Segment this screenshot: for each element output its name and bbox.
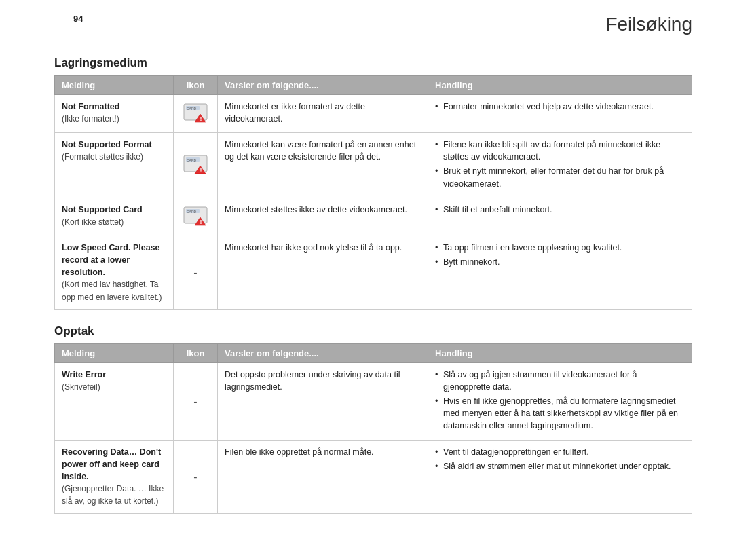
cell-varsler: Minnekortet er ikke formatert av dette v… (218, 95, 428, 133)
cell-ikon: - (174, 236, 218, 309)
s2-header-varsler: Varsler om følgende.... (218, 343, 428, 362)
melding-bold-text: Not Supported Format (62, 140, 152, 149)
melding-sub-text: (Kort med lav hastighet. Ta opp med en l… (62, 280, 162, 301)
melding-bold-text: Not Supported Card (62, 205, 143, 214)
svg-text:CARD: CARD (187, 158, 197, 162)
handling-item: Slå av og på igjen strømmen til videokam… (435, 369, 685, 393)
s2-header-ikon: Ikon (174, 343, 218, 362)
cell-handling: Vent til datagjenopprettingen er fullfør… (428, 440, 692, 513)
cell-ikon: - (174, 362, 218, 440)
cell-ikon: CARD ! (174, 198, 218, 236)
handling-item: Bytt minnekort. (435, 256, 685, 268)
s2-header-melding: Melding (55, 343, 174, 362)
s1-header-varsler: Varsler om følgende.... (218, 76, 428, 95)
cell-handling: Slå av og på igjen strømmen til videokam… (428, 362, 692, 440)
cell-ikon: CARD ! (174, 133, 218, 198)
handling-item: Hvis en fil ikke gjenopprettes, må du fo… (435, 395, 685, 432)
melding-bold-text: Write Error (62, 370, 106, 379)
card-warning-icon: CARD ! (181, 204, 210, 227)
section1-title: Lagringsmedium (54, 56, 692, 70)
cell-varsler: Filen ble ikke opprettet på normal måte. (218, 440, 428, 513)
table-row: Not Supported Format(Formatet støttes ik… (55, 133, 692, 198)
handling-item: Filene kan ikke bli spilt av da formatet… (435, 138, 685, 163)
dash-icon: - (193, 267, 197, 278)
s1-header-melding: Melding (55, 76, 174, 95)
cell-melding: Not Formatted(Ikke formatert!) (55, 95, 174, 133)
handling-item: Ta opp filmen i en lavere oppløsning og … (435, 242, 685, 254)
svg-text:CARD: CARD (187, 107, 197, 111)
card-warning-icon: CARD ! (181, 100, 210, 124)
melding-sub-text: (Formatet støttes ikke) (62, 152, 143, 162)
handling-item: Vent til datagjenopprettingen er fullfør… (435, 446, 685, 458)
section2-title: Opptak (54, 324, 692, 338)
dash-icon: - (193, 396, 197, 407)
melding-bold-text: Low Speed Card. Please record at a lower… (62, 243, 160, 277)
cell-melding: Recovering Data… Don't power off and kee… (55, 440, 174, 513)
cell-melding: Write Error(Skrivefeil) (55, 362, 174, 440)
handling-item: Formater minnekortet ved hjelp av dette … (435, 100, 685, 113)
cell-handling: Ta opp filmen i en lavere oppløsning og … (428, 236, 692, 309)
cell-varsler: Det oppsto problemer under skriving av d… (218, 362, 428, 440)
table-row: Not Supported Card(Kort ikke støttet) CA… (55, 198, 692, 236)
melding-sub-text: (Ikke formatert!) (62, 114, 119, 124)
cell-handling: Filene kan ikke bli spilt av da formatet… (428, 133, 692, 198)
cell-varsler: Minnekortet kan være formatert på en ann… (218, 133, 428, 198)
s1-header-ikon: Ikon (174, 76, 218, 95)
cell-melding: Not Supported Format(Formatet støttes ik… (55, 133, 174, 198)
table-row: Recovering Data… Don't power off and kee… (55, 440, 692, 513)
cell-melding: Low Speed Card. Please record at a lower… (55, 236, 174, 309)
cell-handling: Skift til et anbefalt minnekort. (428, 198, 692, 236)
melding-bold-text: Not Formatted (62, 102, 119, 111)
page-number: 94 (73, 14, 83, 24)
melding-sub-text: (Kort ikke støttet) (62, 217, 124, 227)
handling-item: Bruk et nytt minnekort, eller formater d… (435, 165, 685, 189)
cell-varsler: Minnekortet støttes ikke av dette videok… (218, 198, 428, 236)
melding-bold-text: Recovering Data… Don't power off and kee… (62, 447, 161, 481)
cell-handling: Formater minnekortet ved hjelp av dette … (428, 95, 692, 133)
card-warning-icon: CARD ! (181, 152, 210, 175)
cell-ikon: CARD ! (174, 95, 218, 133)
svg-text:!: ! (200, 219, 202, 225)
svg-text:!: ! (200, 167, 202, 174)
table-row: Low Speed Card. Please record at a lower… (55, 236, 692, 309)
svg-text:!: ! (200, 115, 202, 122)
page-title: Feilsøking (54, 14, 692, 41)
s2-header-handling: Handling (428, 343, 692, 362)
melding-sub-text: (Skrivefeil) (62, 382, 100, 392)
handling-item: Skift til et anbefalt minnekort. (435, 204, 685, 216)
dash-icon: - (193, 471, 197, 483)
s1-header-handling: Handling (428, 76, 692, 95)
svg-text:CARD: CARD (187, 210, 197, 214)
table-row: Write Error(Skrivefeil)-Det oppsto probl… (55, 362, 692, 440)
section2-table: Melding Ikon Varsler om følgende.... Han… (54, 343, 692, 514)
cell-ikon: - (174, 440, 218, 513)
melding-sub-text: (Gjenoppretter Data. … Ikke slå av, og i… (62, 484, 164, 506)
section1-table: Melding Ikon Varsler om følgende.... Han… (54, 75, 692, 310)
handling-item: Slå aldri av strømmen eller mat ut minne… (435, 460, 685, 472)
cell-melding: Not Supported Card(Kort ikke støttet) (55, 198, 174, 236)
table-row: Not Formatted(Ikke formatert!) CARD ! Mi… (55, 95, 692, 133)
cell-varsler: Minnekortet har ikke god nok ytelse til … (218, 236, 428, 309)
